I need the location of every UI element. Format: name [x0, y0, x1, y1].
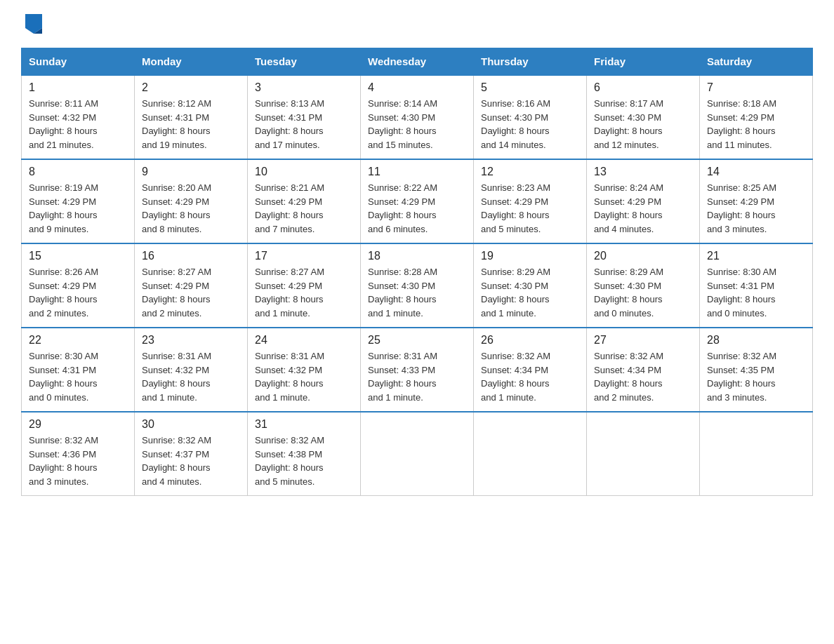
calendar-cell: 5 Sunrise: 8:16 AM Sunset: 4:30 PM Dayli… — [474, 75, 587, 159]
calendar-cell: 27 Sunrise: 8:32 AM Sunset: 4:34 PM Dayl… — [587, 328, 700, 412]
day-number: 20 — [594, 250, 692, 262]
day-info: Sunrise: 8:31 AM Sunset: 4:32 PM Dayligh… — [255, 349, 353, 404]
week-row-1: 1 Sunrise: 8:11 AM Sunset: 4:32 PM Dayli… — [22, 75, 813, 159]
day-number: 22 — [29, 334, 127, 347]
calendar-cell — [474, 412, 587, 496]
header-saturday: Saturday — [700, 48, 813, 76]
calendar-cell: 31 Sunrise: 8:32 AM Sunset: 4:38 PM Dayl… — [248, 412, 361, 496]
week-row-2: 8 Sunrise: 8:19 AM Sunset: 4:29 PM Dayli… — [22, 159, 813, 243]
calendar-cell: 2 Sunrise: 8:12 AM Sunset: 4:31 PM Dayli… — [135, 75, 248, 159]
calendar-cell: 26 Sunrise: 8:32 AM Sunset: 4:34 PM Dayl… — [474, 328, 587, 412]
day-number: 30 — [142, 418, 240, 431]
calendar-cell: 9 Sunrise: 8:20 AM Sunset: 4:29 PM Dayli… — [135, 159, 248, 243]
header-monday: Monday — [135, 48, 248, 76]
day-number: 9 — [142, 166, 240, 178]
day-number: 31 — [255, 418, 353, 431]
day-info: Sunrise: 8:20 AM Sunset: 4:29 PM Dayligh… — [142, 181, 240, 236]
header-tuesday: Tuesday — [248, 48, 361, 76]
day-info: Sunrise: 8:31 AM Sunset: 4:32 PM Dayligh… — [142, 349, 240, 404]
day-number: 8 — [29, 166, 127, 178]
day-info: Sunrise: 8:27 AM Sunset: 4:29 PM Dayligh… — [142, 265, 240, 320]
day-number: 27 — [594, 334, 692, 347]
day-number: 10 — [255, 166, 353, 178]
day-info: Sunrise: 8:32 AM Sunset: 4:34 PM Dayligh… — [594, 349, 692, 404]
day-number: 6 — [594, 81, 692, 94]
day-number: 16 — [142, 250, 240, 262]
calendar-cell: 21 Sunrise: 8:30 AM Sunset: 4:31 PM Dayl… — [700, 243, 813, 328]
day-info: Sunrise: 8:31 AM Sunset: 4:33 PM Dayligh… — [368, 349, 466, 404]
day-info: Sunrise: 8:30 AM Sunset: 4:31 PM Dayligh… — [707, 265, 805, 320]
day-info: Sunrise: 8:32 AM Sunset: 4:36 PM Dayligh… — [29, 434, 127, 488]
header-wednesday: Wednesday — [361, 48, 474, 76]
day-number: 19 — [481, 250, 579, 262]
header-friday: Friday — [587, 48, 700, 76]
day-number: 7 — [707, 81, 805, 94]
calendar-cell: 24 Sunrise: 8:31 AM Sunset: 4:32 PM Dayl… — [248, 328, 361, 412]
calendar-cell: 4 Sunrise: 8:14 AM Sunset: 4:30 PM Dayli… — [361, 75, 474, 159]
logo — [21, 14, 45, 34]
day-info: Sunrise: 8:32 AM Sunset: 4:35 PM Dayligh… — [707, 349, 805, 404]
day-info: Sunrise: 8:18 AM Sunset: 4:29 PM Dayligh… — [707, 97, 805, 152]
day-info: Sunrise: 8:25 AM Sunset: 4:29 PM Dayligh… — [707, 181, 805, 236]
calendar-cell — [700, 412, 813, 496]
week-row-4: 22 Sunrise: 8:30 AM Sunset: 4:31 PM Dayl… — [22, 328, 813, 412]
day-number: 14 — [707, 166, 805, 178]
calendar-cell: 14 Sunrise: 8:25 AM Sunset: 4:29 PM Dayl… — [700, 159, 813, 243]
calendar-cell: 1 Sunrise: 8:11 AM Sunset: 4:32 PM Dayli… — [22, 75, 135, 159]
day-number: 2 — [142, 81, 240, 94]
day-info: Sunrise: 8:16 AM Sunset: 4:30 PM Dayligh… — [481, 97, 579, 152]
day-number: 24 — [255, 334, 353, 347]
day-number: 21 — [707, 250, 805, 262]
calendar-cell: 22 Sunrise: 8:30 AM Sunset: 4:31 PM Dayl… — [22, 328, 135, 412]
day-number: 23 — [142, 334, 240, 347]
day-info: Sunrise: 8:12 AM Sunset: 4:31 PM Dayligh… — [142, 97, 240, 152]
day-info: Sunrise: 8:22 AM Sunset: 4:29 PM Dayligh… — [368, 181, 466, 236]
week-row-5: 29 Sunrise: 8:32 AM Sunset: 4:36 PM Dayl… — [22, 412, 813, 496]
calendar-cell — [361, 412, 474, 496]
calendar-cell: 20 Sunrise: 8:29 AM Sunset: 4:30 PM Dayl… — [587, 243, 700, 328]
day-number: 26 — [481, 334, 579, 347]
calendar-cell: 12 Sunrise: 8:23 AM Sunset: 4:29 PM Dayl… — [474, 159, 587, 243]
calendar-cell: 30 Sunrise: 8:32 AM Sunset: 4:37 PM Dayl… — [135, 412, 248, 496]
calendar-table: SundayMondayTuesdayWednesdayThursdayFrid… — [21, 48, 813, 496]
day-info: Sunrise: 8:30 AM Sunset: 4:31 PM Dayligh… — [29, 349, 127, 404]
day-info: Sunrise: 8:28 AM Sunset: 4:30 PM Dayligh… — [368, 265, 466, 320]
calendar-cell: 3 Sunrise: 8:13 AM Sunset: 4:31 PM Dayli… — [248, 75, 361, 159]
day-number: 13 — [594, 166, 692, 178]
calendar-cell: 13 Sunrise: 8:24 AM Sunset: 4:29 PM Dayl… — [587, 159, 700, 243]
calendar-cell — [587, 412, 700, 496]
day-info: Sunrise: 8:11 AM Sunset: 4:32 PM Dayligh… — [29, 97, 127, 152]
day-number: 17 — [255, 250, 353, 262]
day-info: Sunrise: 8:19 AM Sunset: 4:29 PM Dayligh… — [29, 181, 127, 236]
calendar-cell: 28 Sunrise: 8:32 AM Sunset: 4:35 PM Dayl… — [700, 328, 813, 412]
calendar-cell: 25 Sunrise: 8:31 AM Sunset: 4:33 PM Dayl… — [361, 328, 474, 412]
calendar-cell: 29 Sunrise: 8:32 AM Sunset: 4:36 PM Dayl… — [22, 412, 135, 496]
calendar-cell: 10 Sunrise: 8:21 AM Sunset: 4:29 PM Dayl… — [248, 159, 361, 243]
day-number: 11 — [368, 166, 466, 178]
day-number: 12 — [481, 166, 579, 178]
logo-icon — [25, 14, 42, 34]
calendar-cell: 18 Sunrise: 8:28 AM Sunset: 4:30 PM Dayl… — [361, 243, 474, 328]
calendar-cell: 16 Sunrise: 8:27 AM Sunset: 4:29 PM Dayl… — [135, 243, 248, 328]
week-row-3: 15 Sunrise: 8:26 AM Sunset: 4:29 PM Dayl… — [22, 243, 813, 328]
day-number: 15 — [29, 250, 127, 262]
day-number: 28 — [707, 334, 805, 347]
day-number: 29 — [29, 418, 127, 431]
day-info: Sunrise: 8:32 AM Sunset: 4:34 PM Dayligh… — [481, 349, 579, 404]
calendar-cell: 23 Sunrise: 8:31 AM Sunset: 4:32 PM Dayl… — [135, 328, 248, 412]
day-info: Sunrise: 8:32 AM Sunset: 4:37 PM Dayligh… — [142, 434, 240, 488]
day-info: Sunrise: 8:29 AM Sunset: 4:30 PM Dayligh… — [481, 265, 579, 320]
calendar-cell: 15 Sunrise: 8:26 AM Sunset: 4:29 PM Dayl… — [22, 243, 135, 328]
day-info: Sunrise: 8:24 AM Sunset: 4:29 PM Dayligh… — [594, 181, 692, 236]
day-info: Sunrise: 8:21 AM Sunset: 4:29 PM Dayligh… — [255, 181, 353, 236]
day-number: 1 — [29, 81, 127, 94]
day-number: 3 — [255, 81, 353, 94]
day-number: 4 — [368, 81, 466, 94]
calendar-cell: 19 Sunrise: 8:29 AM Sunset: 4:30 PM Dayl… — [474, 243, 587, 328]
day-info: Sunrise: 8:14 AM Sunset: 4:30 PM Dayligh… — [368, 97, 466, 152]
calendar-cell: 17 Sunrise: 8:27 AM Sunset: 4:29 PM Dayl… — [248, 243, 361, 328]
calendar-cell: 7 Sunrise: 8:18 AM Sunset: 4:29 PM Dayli… — [700, 75, 813, 159]
day-info: Sunrise: 8:17 AM Sunset: 4:30 PM Dayligh… — [594, 97, 692, 152]
day-info: Sunrise: 8:29 AM Sunset: 4:30 PM Dayligh… — [594, 265, 692, 320]
page-header — [21, 14, 813, 34]
